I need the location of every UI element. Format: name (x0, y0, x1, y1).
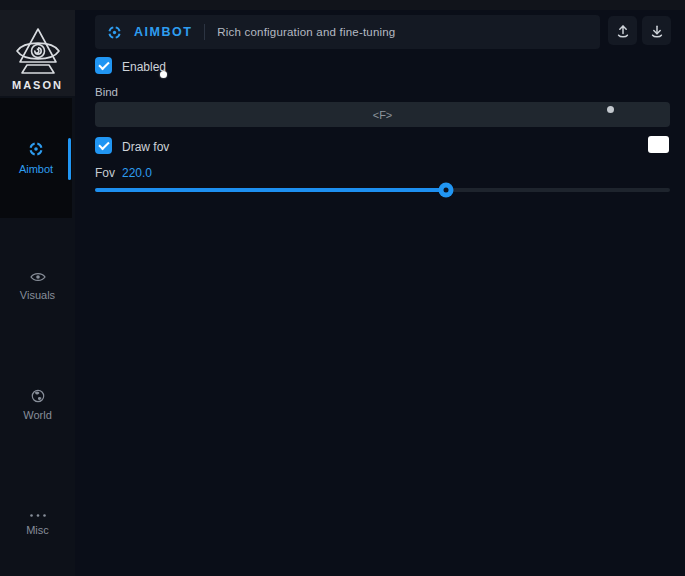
eye-icon (30, 271, 46, 283)
bind-label: Bind (95, 86, 118, 98)
fov-slider[interactable] (95, 188, 670, 192)
mason-pyramid-eye-icon (15, 27, 61, 77)
download-icon (650, 24, 664, 38)
page-subtitle: Rich configuration and fine-tuning (217, 26, 395, 38)
crosshair-icon (28, 141, 44, 157)
fov-slider-thumb-center (444, 188, 449, 193)
fov-color-swatch[interactable] (648, 136, 669, 153)
sidebar-item-misc[interactable]: Misc (0, 494, 75, 554)
mason-app-window: MASON Aimbot Visuals World (0, 0, 685, 576)
fov-slider-thumb[interactable] (439, 183, 454, 198)
fov-readout: Fov 220.0 (95, 166, 152, 180)
sidebar-item-label: Misc (26, 524, 49, 536)
sidebar: MASON Aimbot Visuals World (0, 10, 75, 576)
brand-logo-block: MASON (0, 10, 75, 96)
panel-header: AIMBOT Rich configuration and fine-tunin… (95, 15, 600, 49)
fov-label: Fov (95, 166, 115, 180)
upload-icon (616, 24, 630, 38)
sidebar-item-aimbot[interactable]: Aimbot (0, 98, 72, 218)
ellipsis-icon (29, 513, 47, 518)
aimbot-panel: AIMBOT Rich configuration and fine-tunin… (75, 10, 685, 576)
active-tab-indicator (68, 138, 71, 180)
globe-icon (31, 389, 45, 403)
sidebar-item-visuals[interactable]: Visuals (0, 256, 75, 316)
bind-key-value: <F> (373, 109, 393, 121)
fov-slider-fill (95, 188, 446, 192)
download-config-button[interactable] (642, 16, 671, 45)
bind-key-input[interactable]: <F> (95, 102, 670, 127)
sidebar-item-world[interactable]: World (0, 375, 75, 435)
fov-value: 220.0 (122, 166, 152, 180)
crosshair-icon (107, 25, 122, 40)
draw-fov-label: Draw fov (122, 140, 169, 154)
sidebar-item-label: Visuals (20, 289, 55, 301)
sidebar-item-label: World (23, 409, 52, 421)
cursor-dot (607, 106, 614, 113)
upload-config-button[interactable] (608, 16, 637, 45)
cursor-dot (160, 71, 167, 78)
draw-fov-checkbox[interactable] (95, 137, 112, 154)
brand-name: MASON (12, 79, 63, 91)
window-top-strip (0, 0, 685, 10)
page-title: AIMBOT (134, 25, 192, 39)
header-divider (204, 24, 205, 40)
enabled-checkbox[interactable] (95, 57, 112, 74)
sidebar-item-label: Aimbot (19, 163, 53, 175)
